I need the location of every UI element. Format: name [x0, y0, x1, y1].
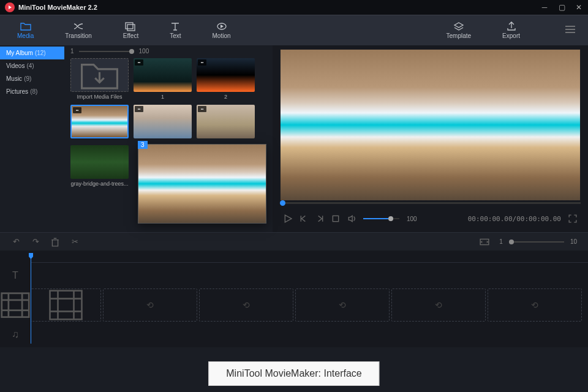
playhead[interactable]: [31, 253, 31, 344]
tab-effect[interactable]: Effect: [118, 20, 143, 40]
audio-track[interactable]: ♫: [0, 325, 588, 344]
thumbnail-zoom-slider[interactable]: [79, 51, 134, 52]
close-button[interactable]: ✕: [575, 3, 583, 12]
video-track-icon: [0, 292, 31, 318]
svg-rect-5: [2, 293, 29, 317]
preview-panel: 100 00:00:00.00/00:00:00.00: [273, 45, 588, 232]
fullscreen-button[interactable]: [568, 214, 577, 223]
sidebar-item-music[interactable]: Music (9): [0, 72, 64, 85]
prev-frame-button[interactable]: [300, 214, 308, 223]
delete-button[interactable]: [50, 237, 60, 247]
export-button[interactable]: Export: [497, 20, 525, 40]
app-logo-icon: [5, 2, 15, 12]
timeline-zoom-min: 1: [499, 238, 503, 245]
transition-slot-icon: ⟲: [531, 300, 538, 310]
media-item[interactable]: gray-bridge-and-trees...: [70, 145, 129, 187]
import-label: Import Media Files: [77, 94, 122, 100]
svg-rect-3: [333, 216, 338, 221]
media-item-label: 1: [161, 94, 164, 100]
main-toolbar: Media Transition Effect Text Motion Temp…: [0, 15, 588, 45]
sidebar-label: Videos: [6, 62, 24, 69]
media-item[interactable]: ▪▪: [197, 105, 255, 140]
import-media-button[interactable]: Import Media Files: [70, 58, 129, 100]
transition-slot-icon: ⟲: [435, 300, 442, 310]
media-item[interactable]: ▪▪: [70, 105, 129, 140]
sidebar-item-pictures[interactable]: Pictures (8): [0, 85, 64, 98]
svg-rect-1: [127, 24, 135, 31]
next-frame-button[interactable]: [315, 214, 324, 223]
app-title: MiniTool MovieMaker 2.2: [18, 4, 540, 11]
drag-count-badge: 3: [138, 141, 148, 149]
fit-button[interactable]: [480, 237, 489, 247]
text-track[interactable]: T: [0, 266, 588, 285]
sidebar-label: My Album: [6, 50, 33, 56]
button-label: Template: [447, 32, 472, 39]
zoom-max-label: 100: [139, 48, 149, 55]
volume-button[interactable]: [347, 214, 356, 223]
video-badge-icon: ▪▪: [198, 59, 206, 66]
drag-preview: [138, 144, 266, 224]
preview-image: [281, 50, 580, 200]
timecode: 00:00:00.00/00:00:00.00: [468, 215, 561, 223]
timeline-clip-slot[interactable]: ⟲: [103, 288, 197, 322]
svg-rect-0: [126, 23, 133, 29]
volume-slider[interactable]: [363, 218, 399, 219]
caption-overlay: MiniTool MovieMaker: Interface: [208, 361, 379, 386]
seek-slider[interactable]: [280, 202, 581, 204]
text-track-icon: T: [0, 270, 31, 281]
timeline-clip-slot[interactable]: ⟲: [488, 288, 582, 322]
sidebar-count: (12): [35, 50, 46, 56]
media-item-label: 2: [224, 94, 227, 100]
sidebar-count: (9): [24, 75, 31, 82]
menu-button[interactable]: [565, 25, 576, 36]
undo-button[interactable]: ↶: [11, 237, 21, 247]
effect-icon: [125, 21, 136, 31]
transition-icon: [73, 21, 84, 31]
minimize-button[interactable]: ─: [540, 3, 549, 12]
transition-slot-icon: ⟲: [243, 300, 250, 310]
text-icon: [170, 21, 181, 31]
timeline-ruler[interactable]: [31, 254, 588, 263]
svg-rect-6: [50, 291, 82, 320]
sidebar-label: Music: [6, 75, 22, 82]
media-item[interactable]: ▪▪: [134, 105, 192, 140]
template-button[interactable]: Template: [442, 20, 477, 40]
media-item-label: gray-bridge-and-trees...: [70, 181, 128, 187]
preview-screen[interactable]: [280, 49, 581, 201]
video-badge-icon: ▪▪: [135, 59, 143, 66]
stop-button[interactable]: [331, 214, 340, 223]
tab-label: Media: [17, 32, 34, 39]
media-item[interactable]: ▪▪ 1: [134, 58, 192, 100]
timeline-clip-slot[interactable]: [31, 288, 101, 322]
zoom-min-label: 1: [70, 48, 74, 55]
tab-label: Transition: [65, 32, 92, 39]
tab-media[interactable]: Media: [12, 20, 39, 40]
transition-slot-icon: ⟲: [146, 300, 154, 310]
transition-slot-icon: ⟲: [339, 300, 346, 310]
timeline-zoom-slider[interactable]: [509, 241, 564, 243]
tab-transition[interactable]: Transition: [60, 20, 97, 40]
timeline-clip-slot[interactable]: ⟲: [391, 288, 486, 322]
split-button[interactable]: ✂: [70, 237, 80, 247]
tab-label: Motion: [213, 32, 231, 39]
sidebar-count: (8): [30, 88, 37, 95]
volume-value: 100: [407, 216, 417, 222]
timeline-clip-slot[interactable]: ⟲: [295, 288, 390, 322]
media-sidebar: My Album (12) Videos (4) Music (9) Pictu…: [0, 45, 64, 232]
redo-button[interactable]: ↷: [31, 237, 40, 247]
template-icon: [453, 21, 464, 31]
video-track[interactable]: ⟲ ⟲ ⟲ ⟲ ⟲: [0, 288, 588, 322]
video-badge-icon: ▪▪: [73, 107, 81, 113]
tab-text[interactable]: Text: [165, 20, 186, 40]
sidebar-item-myalbum[interactable]: My Album (12): [0, 47, 64, 59]
tab-motion[interactable]: Motion: [208, 20, 236, 40]
tab-label: Text: [170, 32, 181, 39]
sidebar-item-videos[interactable]: Videos (4): [0, 59, 64, 72]
maximize-button[interactable]: ▢: [557, 3, 566, 12]
media-item[interactable]: ▪▪ 2: [197, 58, 255, 100]
tab-label: Effect: [123, 32, 138, 39]
play-button[interactable]: [284, 214, 292, 223]
titlebar: MiniTool MovieMaker 2.2 ─ ▢ ✕: [0, 0, 588, 15]
timeline: T ⟲ ⟲ ⟲ ⟲ ⟲ ♫: [0, 251, 588, 347]
timeline-clip-slot[interactable]: ⟲: [199, 288, 293, 322]
